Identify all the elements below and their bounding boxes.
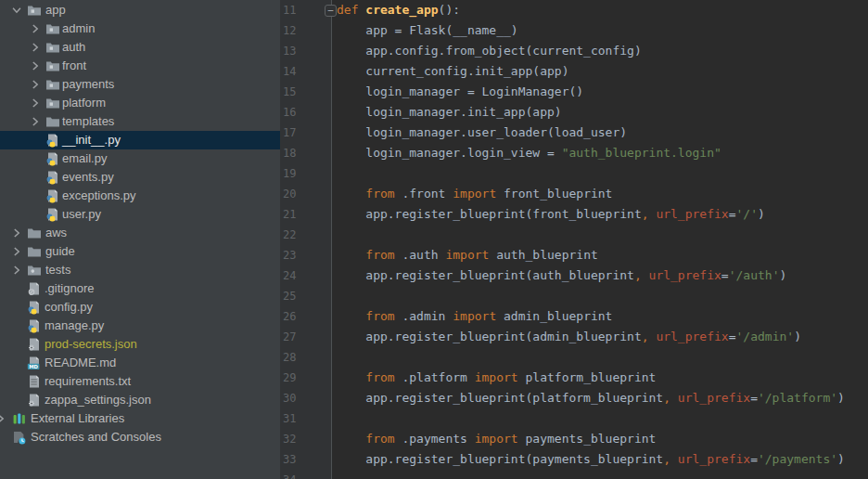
code-line: login_manager.init_app(app) [333,102,868,123]
tree-item-label: exceptions.py [62,187,136,205]
tree-item-auth[interactable]: auth [0,38,280,57]
tree-item-label: External Libraries [31,409,124,428]
text-file-icon [27,374,42,389]
project-tree-panel[interactable]: appadminauthfrontpaymentsplatformtemplat… [0,0,280,479]
line-number: 21 [280,204,331,225]
line-number: 34 [280,470,331,479]
chevron-right-icon[interactable] [29,59,42,72]
code-line [333,286,868,306]
chevron-down-icon[interactable] [10,4,23,17]
code-line: def create_app(): [333,0,868,20]
code-line: app.register_blueprint(admin_blueprint, … [333,327,868,347]
python-file-icon [45,133,60,148]
tree-item-config-py[interactable]: config.py [0,298,280,317]
code-editor[interactable]: 1112131415161718192021222324252627282930… [280,0,868,479]
tree-item-label: guide [45,242,75,261]
chevron-right-icon[interactable] [29,97,42,110]
tree-item-label: tests [45,261,70,279]
tree-item-admin[interactable]: admin [0,19,280,38]
tree-item-label: prod-secrets.json [45,335,137,354]
folder-icon [27,244,42,259]
tree-item-scratches-and-consoles[interactable]: Scratches and Consoles [0,428,280,447]
tree-item--gitignore[interactable]: .gitignore [0,279,280,298]
tree-item-prod-secrets-json[interactable]: prod-secrets.json [0,335,280,354]
line-number: 17 [280,123,331,143]
folder-package-icon [45,77,60,92]
tree-item-exceptions-py[interactable]: exceptions.py [0,187,280,205]
editor-gutter[interactable]: 1112131415161718192021222324252627282930… [280,0,332,479]
fold-collapse-icon[interactable] [325,5,337,17]
tree-item-tests[interactable]: tests [0,261,280,279]
ide-window: appadminauthfrontpaymentsplatformtemplat… [0,0,868,479]
line-number: 15 [280,82,331,102]
folder-package-icon [45,40,60,55]
line-number: 22 [280,225,331,245]
tree-item-label: templates [62,112,114,131]
line-number: 11 [280,0,331,20]
tree-item-manage-py[interactable]: manage.py [0,317,280,335]
folder-package-icon [45,96,60,110]
tree-item-guide[interactable]: guide [0,242,280,261]
tree-item-requirements-txt[interactable]: requirements.txt [0,372,280,391]
tree-item-email-py[interactable]: email.py [0,149,280,168]
tree-item-app[interactable]: app [0,1,280,19]
line-number: 29 [280,368,331,388]
code-area[interactable]: def create_app(): app = Flask(__name__) … [333,0,868,479]
tree-item-label: events.py [62,168,114,187]
code-line: app = Flask(__name__) [333,20,868,41]
line-number: 24 [280,265,331,286]
code-line [333,470,868,479]
chevron-right-icon[interactable] [29,115,42,128]
folder-package-icon [45,58,60,73]
code-line: from .auth import auth_blueprint [333,245,868,265]
python-file-icon [45,170,60,185]
chevron-right-icon[interactable] [10,264,23,277]
chevron-right-icon[interactable] [29,22,42,35]
code-line: from .payments import payments_blueprint [333,429,868,449]
tree-item-platform[interactable]: platform [0,94,280,112]
chevron-right-icon[interactable] [29,41,42,54]
tree-item-label: Scratches and Consoles [31,428,161,447]
line-number: 19 [280,163,331,184]
scratches-icon [12,430,27,445]
line-number: 27 [280,327,331,347]
code-line: app.register_blueprint(auth_blueprint, u… [333,265,868,286]
line-number: 12 [280,20,331,41]
tree-item-label: aws [45,224,67,242]
tree-item-templates[interactable]: templates [0,112,280,131]
line-number: 16 [280,102,331,123]
line-number: 31 [280,408,331,429]
tree-item-user-py[interactable]: user.py [0,205,280,224]
chevron-right-icon[interactable] [10,245,23,258]
line-number: 14 [280,61,331,82]
line-number: 20 [280,184,331,204]
chevron-right-icon[interactable] [29,78,42,91]
tree-item-label: front [62,57,86,75]
tree-item-label: email.py [62,149,107,168]
python-file-icon [27,318,42,333]
folder-icon [45,114,60,129]
chevron-right-icon[interactable] [10,227,23,240]
python-file-icon [45,151,60,166]
folder-icon [27,226,42,240]
code-line: app.register_blueprint(platform_blueprin… [333,388,868,408]
tree-item-events-py[interactable]: events.py [0,168,280,187]
code-line: from .front import front_blueprint [333,184,868,204]
ignored-file-icon [27,281,42,296]
tree-item-aws[interactable]: aws [0,224,280,242]
code-line [333,347,868,368]
tree-item-zappa-settings-json[interactable]: zappa_settings.json [0,391,280,409]
tree-item-label: manage.py [45,317,104,335]
tree-item-external-libraries[interactable]: External Libraries [0,409,280,428]
code-line: current_config.init_app(app) [333,61,868,82]
line-number: 26 [280,306,331,327]
tree-item-front[interactable]: front [0,57,280,75]
tree-item-readme-md[interactable]: MDREADME.md [0,354,280,372]
code-line [333,225,868,245]
python-file-icon [45,207,60,222]
code-line: app.register_blueprint(front_blueprint, … [333,204,868,225]
chevron-right-icon[interactable] [0,412,7,425]
tree-item--init-py[interactable]: __init__.py [0,131,280,149]
tree-item-label: payments [62,75,114,94]
tree-item-payments[interactable]: payments [0,75,280,94]
